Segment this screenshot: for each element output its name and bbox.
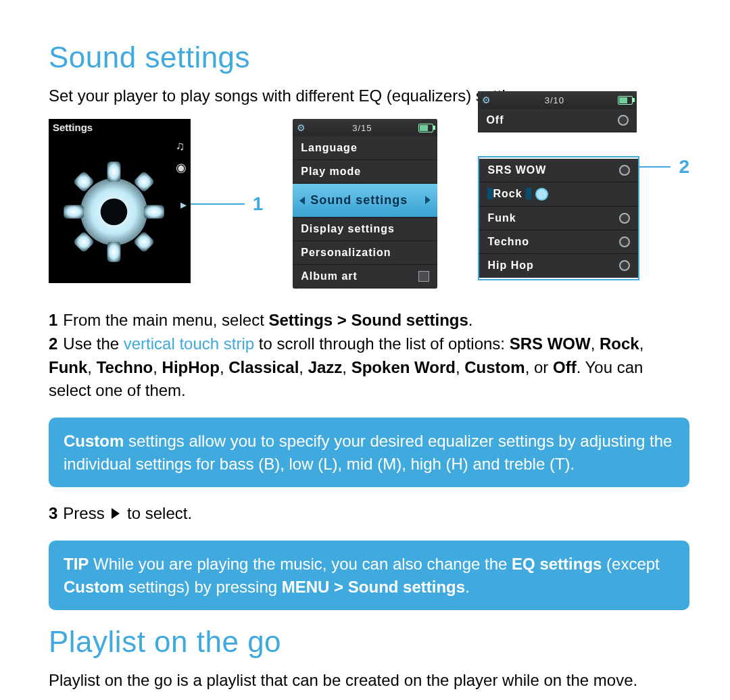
radio-icon xyxy=(618,115,629,126)
settings-selected-label: Sound settings xyxy=(310,193,408,207)
gear-selected-arrow-icon: ▸ xyxy=(180,197,187,212)
battery-icon xyxy=(418,124,433,132)
settings-row: Album art xyxy=(293,265,437,289)
gear-status-icon: ⚙ xyxy=(482,95,491,105)
eq-counter: 3/10 xyxy=(545,95,564,105)
chevron-right-icon xyxy=(425,196,431,204)
eq-row: Off xyxy=(478,109,637,132)
device-screen-eq-list: ⚙ 3/10 Off xyxy=(478,91,637,132)
eq-row: SRS WOW xyxy=(479,159,638,182)
custom-info-box: Custom settings allow you to specify you… xyxy=(49,418,689,487)
radio-icon xyxy=(619,236,630,247)
settings-row: Play mode xyxy=(293,160,437,184)
playlist-para-1: Playlist on the go is a playlist that ca… xyxy=(49,671,689,690)
svg-rect-2 xyxy=(107,242,121,262)
radio-icon xyxy=(619,165,630,176)
device-screen-settings-list: ⚙ 3/15 Language Play mode Sound settings… xyxy=(293,119,437,289)
settings-row: Display settings xyxy=(293,218,437,241)
radio-icon xyxy=(619,213,630,224)
eq-row: Funk xyxy=(479,207,638,230)
checkbox-icon xyxy=(418,271,429,282)
settings-counter: 3/15 xyxy=(352,123,372,133)
eq-row: Hip Hop xyxy=(479,254,638,278)
callout-1: 1 xyxy=(191,193,264,215)
settings-row-selected: Sound settings xyxy=(293,184,437,218)
vertical-touch-strip-link[interactable]: vertical touch strip xyxy=(124,334,254,353)
callout-2: 2 xyxy=(639,156,689,178)
device-header-settings: Settings xyxy=(53,122,93,133)
svg-rect-4 xyxy=(144,205,164,219)
section-heading-playlist: Playlist on the go xyxy=(49,625,689,659)
gear-status-icon: ⚙ xyxy=(297,122,306,133)
section-heading-sound: Sound settings xyxy=(49,41,689,74)
settings-row: Language xyxy=(293,136,437,160)
device-screen-main-menu: Settings ♫ ◉ ▸ xyxy=(49,119,191,283)
radio-icon xyxy=(619,260,630,271)
music-note-icon: ♫ xyxy=(176,139,187,153)
gear-icon xyxy=(58,156,170,268)
svg-point-9 xyxy=(101,199,128,226)
battery-icon xyxy=(618,96,633,105)
settings-row: Personalization xyxy=(293,241,437,265)
svg-rect-1 xyxy=(107,161,121,182)
device-side-icons: ♫ ◉ xyxy=(176,139,187,175)
radio-selected-icon xyxy=(535,188,548,201)
svg-rect-3 xyxy=(64,205,84,219)
chevron-right-icon xyxy=(526,188,531,199)
chevron-left-icon xyxy=(299,197,305,205)
eq-row: Techno xyxy=(479,230,638,254)
camera-icon: ◉ xyxy=(176,160,187,175)
step-2: 2Use the vertical touch strip to scroll … xyxy=(49,332,689,403)
tip-box: TIP While you are playing the music, you… xyxy=(49,541,689,610)
eq-row-selected: Rock xyxy=(479,182,638,207)
play-right-icon xyxy=(112,508,120,519)
step-3: 3Press to select. xyxy=(49,502,689,526)
step-1: 1From the main menu, select Settings > S… xyxy=(49,309,689,332)
callout-2-box: SRS WOW Rock Funk Techno Hip Hop xyxy=(478,156,639,280)
instruction-steps: 1From the main menu, select Settings > S… xyxy=(49,309,689,403)
